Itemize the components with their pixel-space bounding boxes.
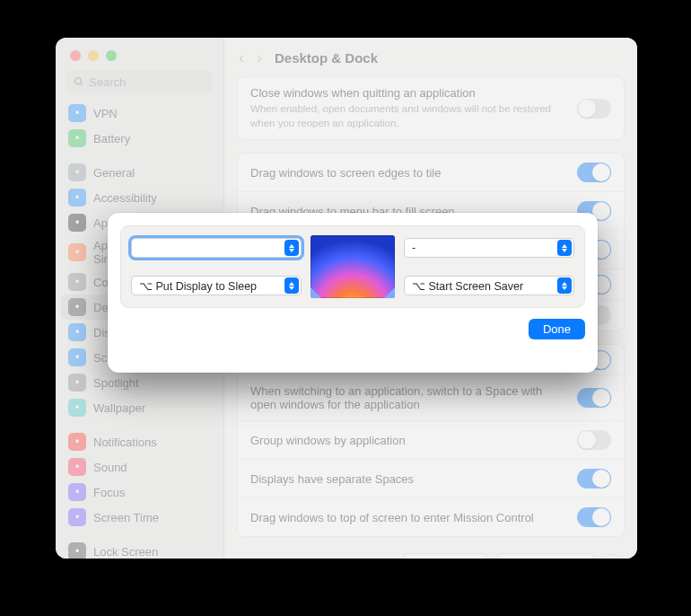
row-group-windows: Group windows by application <box>238 421 624 460</box>
hourglass-icon: • <box>68 508 86 526</box>
forward-button[interactable]: › <box>257 48 262 67</box>
mission-toggle[interactable] <box>577 507 611 527</box>
corner-bottom-left-select[interactable]: ⌥ Put Display to Sleep <box>131 276 302 295</box>
close-windows-label: Close windows when quitting an applicati… <box>250 86 568 100</box>
close-window-button[interactable] <box>70 50 81 61</box>
chevrons-icon <box>284 240 299 256</box>
group-windows-toggle[interactable] <box>577 430 611 450</box>
corner-bottom-right-select[interactable]: ⌥ Start Screen Saver <box>404 276 574 295</box>
back-button[interactable]: ‹ <box>239 48 244 67</box>
wallpaper-icon: • <box>68 399 86 417</box>
chevrons-icon <box>557 240 572 256</box>
sidebar-item-sound[interactable]: •Sound <box>61 454 218 480</box>
moon-icon: • <box>68 483 86 501</box>
sidebar-item-label: Spotlight <box>93 376 139 390</box>
sidebar-item-label: VPN <box>93 107 118 120</box>
vpn-icon: • <box>68 104 86 122</box>
group-spaces: When switching to an application, switch… <box>237 344 625 537</box>
sidebar-item-vpn[interactable]: •VPN <box>61 101 218 126</box>
window-controls <box>56 38 223 70</box>
sidebar-item-label: Lock Screen <box>93 545 158 559</box>
sidebar-item-lock-screen[interactable]: •Lock Screen <box>61 539 218 559</box>
chevrons-icon <box>284 277 299 294</box>
sidebar-item-label: Wallpaper <box>93 401 145 415</box>
search-placeholder: Search <box>89 75 126 89</box>
header: ‹ › Desktop & Dock <box>224 38 637 76</box>
person-icon: • <box>68 189 86 207</box>
sidebar-item-screen-time[interactable]: •Screen Time <box>61 505 218 530</box>
battery-icon: • <box>68 129 86 147</box>
row-close-windows: Close windows when quitting an applicati… <box>238 77 624 139</box>
help-button[interactable]: ? <box>603 554 623 559</box>
search-icon: • <box>68 374 86 392</box>
row-mission: Drag windows to top of screen to enter M… <box>238 498 624 536</box>
mission-label: Drag windows to top of screen to enter M… <box>250 511 534 524</box>
sidebar-item-label: General <box>93 166 135 180</box>
sidebar-item-focus[interactable]: •Focus <box>61 480 218 505</box>
corner-indicator-bl <box>311 287 321 298</box>
hot-corners-grid: - ⌥ Put Display to Sleep ⌥ Start Screen … <box>120 225 585 308</box>
edges-toggle[interactable] <box>577 163 611 182</box>
appearance-icon: • <box>68 214 86 232</box>
row-separate-spaces: Displays have separate Spaces <box>238 460 624 498</box>
page-title: Desktop & Dock <box>275 50 378 66</box>
sidebar-item-wallpaper[interactable]: •Wallpaper <box>61 395 218 420</box>
dock-icon: • <box>68 298 86 316</box>
sidebar-item-notifications[interactable]: •Notifications <box>61 429 218 454</box>
corner-bottom-left-value: ⌥ Put Display to Sleep <box>139 279 257 293</box>
shortcuts-button[interactable]: Shortcuts… <box>403 553 487 559</box>
gear-icon: • <box>68 163 86 181</box>
fullscreen-window-button[interactable] <box>106 50 117 61</box>
sidebar-item-battery[interactable]: •Battery <box>61 126 218 151</box>
corner-top-left-select[interactable] <box>131 238 302 258</box>
corner-indicator-br <box>384 287 395 298</box>
separate-spaces-toggle[interactable] <box>577 469 611 488</box>
sidebar-item-label: Battery <box>93 132 130 145</box>
close-windows-sub: When enabled, open documents and windows… <box>250 102 568 130</box>
row-edges: Drag windows to screen edges to tile <box>238 154 624 192</box>
sidebar-item-label: Sound <box>93 461 127 474</box>
close-windows-toggle[interactable] <box>577 99 611 119</box>
bottom-buttons: Shortcuts… Hot Corners… ? <box>237 550 625 559</box>
corner-top-right-select[interactable]: - <box>404 238 574 258</box>
sidebar-item-accessibility[interactable]: •Accessibility <box>61 185 218 210</box>
sidebar-item-label: Focus <box>93 486 125 499</box>
sidebar-item-spotlight[interactable]: •Spotlight <box>61 370 218 395</box>
sidebar-item-label: Accessibility <box>93 191 157 205</box>
display-thumbnail <box>311 235 395 298</box>
minimize-window-button[interactable] <box>88 50 99 61</box>
speaker-icon: • <box>68 458 86 476</box>
sidebar-item-general[interactable]: •General <box>61 160 218 185</box>
sidebar-item-label: Screen Time <box>93 511 159 524</box>
edges-label: Drag windows to screen edges to tile <box>250 166 441 180</box>
ai-icon: • <box>68 243 86 261</box>
corner-top-right-value: - <box>412 242 415 254</box>
done-button[interactable]: Done <box>529 319 585 339</box>
switch-label: When switching to an application, switch… <box>250 384 577 411</box>
svg-point-0 <box>75 78 82 84</box>
search-icon <box>74 76 84 87</box>
svg-line-1 <box>81 84 83 86</box>
row-switch: When switching to an application, switch… <box>238 375 624 421</box>
corner-bottom-right-value: ⌥ Start Screen Saver <box>412 279 523 293</box>
sidebar-item-label: Notifications <box>93 436 157 449</box>
separate-spaces-label: Displays have separate Spaces <box>250 472 414 486</box>
group-close-windows: Close windows when quitting an applicati… <box>237 76 625 140</box>
hot-corners-sheet: - ⌥ Put Display to Sleep ⌥ Start Screen … <box>108 213 598 373</box>
chevrons-icon <box>557 277 572 294</box>
hot-corners-button[interactable]: Hot Corners… <box>496 553 594 559</box>
group-windows-label: Group windows by application <box>250 434 406 447</box>
screensaver-icon: • <box>68 348 86 366</box>
lock-icon: • <box>68 542 86 559</box>
bell-icon: • <box>68 433 86 451</box>
sun-icon: • <box>68 323 86 341</box>
sliders-icon: • <box>68 273 86 291</box>
switch-toggle[interactable] <box>577 388 611 408</box>
search-input[interactable]: Search <box>66 70 213 93</box>
